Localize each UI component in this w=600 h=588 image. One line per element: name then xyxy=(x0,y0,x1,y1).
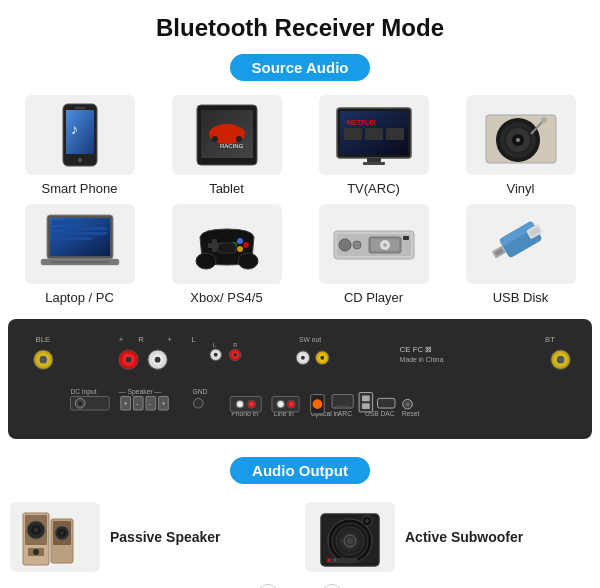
svg-text:L: L xyxy=(192,335,197,344)
svg-point-150 xyxy=(347,538,353,544)
cdplayer-icon xyxy=(329,209,419,279)
source-item-tablet: RACING Tablet xyxy=(157,95,296,196)
source-item-console: Xbox/ PS4/5 xyxy=(157,204,296,305)
svg-rect-18 xyxy=(344,128,362,140)
laptop-image xyxy=(25,204,135,284)
output-item-passive: Passive Speaker xyxy=(10,502,295,572)
source-item-usbdisk: USB Disk xyxy=(451,204,590,305)
console-icon xyxy=(182,209,272,279)
source-grid-section: ♪ Smart Phone RACING xyxy=(0,95,600,315)
output-item-subwoofer: Active Subwoofer xyxy=(305,502,590,572)
console-image xyxy=(172,204,282,284)
cdplayer-label: CD Player xyxy=(344,290,403,305)
page-title: Bluetooth Receiver Mode xyxy=(10,14,590,42)
svg-text:Made in China: Made in China xyxy=(400,356,444,363)
svg-text:+: + xyxy=(161,400,165,407)
svg-point-93 xyxy=(557,356,565,364)
svg-point-79 xyxy=(155,357,161,363)
svg-rect-153 xyxy=(327,558,357,563)
svg-point-115 xyxy=(277,400,285,408)
prev-page-button[interactable]: ‹ xyxy=(257,584,279,588)
passive-speaker-image xyxy=(10,502,100,572)
subwoofer-image xyxy=(305,502,395,572)
svg-point-46 xyxy=(243,242,249,248)
svg-rect-40 xyxy=(52,237,92,240)
tablet-image: RACING xyxy=(172,95,282,175)
svg-point-77 xyxy=(126,357,132,363)
svg-text:+: + xyxy=(119,335,124,344)
device-panel: BLE + R + L SW out BT L R xyxy=(8,319,592,439)
laptop-icon xyxy=(35,209,125,279)
svg-text:RACING: RACING xyxy=(220,143,244,149)
subwoofer-icon xyxy=(315,506,385,568)
svg-rect-38 xyxy=(52,227,107,230)
svg-point-116 xyxy=(287,400,295,408)
svg-point-89 xyxy=(320,356,324,360)
source-item-laptop: Laptop / PC xyxy=(10,204,149,305)
svg-text:R: R xyxy=(233,342,237,348)
source-item-vinyl: Vinyl xyxy=(451,95,590,196)
usbdisk-icon xyxy=(476,209,566,279)
page-header: Bluetooth Receiver Mode xyxy=(0,0,600,48)
source-item-tv: NETFLIX TV(ARC) xyxy=(304,95,443,196)
svg-point-45 xyxy=(237,238,243,244)
svg-point-84 xyxy=(233,353,237,357)
vinyl-icon xyxy=(476,100,566,170)
tv-icon: NETFLIX xyxy=(329,100,419,170)
vinyl-label: Vinyl xyxy=(507,181,535,196)
svg-rect-60 xyxy=(403,236,409,240)
svg-point-11 xyxy=(212,136,218,142)
svg-text:-: - xyxy=(136,400,138,407)
svg-rect-22 xyxy=(363,162,385,165)
svg-text:♪: ♪ xyxy=(71,121,78,137)
svg-text:+: + xyxy=(167,335,172,344)
smartphone-label: Smart Phone xyxy=(42,181,118,196)
svg-rect-42 xyxy=(51,261,109,263)
svg-rect-127 xyxy=(377,398,394,408)
svg-text:-: - xyxy=(149,400,151,407)
svg-rect-124 xyxy=(362,395,370,401)
svg-text:Reset: Reset xyxy=(402,410,420,417)
audio-output-badge: Audio Output xyxy=(230,457,370,484)
svg-rect-125 xyxy=(362,403,370,409)
svg-text:R: R xyxy=(138,335,144,344)
svg-point-33 xyxy=(541,117,547,123)
svg-point-48 xyxy=(237,246,243,252)
svg-rect-51 xyxy=(218,243,236,253)
svg-point-81 xyxy=(214,353,218,357)
svg-text:NETFLIX: NETFLIX xyxy=(347,119,376,126)
svg-point-119 xyxy=(313,399,323,409)
source-item-cdplayer: CD Player xyxy=(304,204,443,305)
source-item-smartphone: ♪ Smart Phone xyxy=(10,95,149,196)
console-label: Xbox/ PS4/5 xyxy=(190,290,262,305)
svg-point-75 xyxy=(39,356,47,364)
svg-text:DAC: DAC xyxy=(380,410,394,417)
svg-point-112 xyxy=(248,400,256,408)
audio-output-section: Audio Output xyxy=(0,443,600,576)
next-page-button[interactable]: › xyxy=(321,584,343,588)
svg-text:L: L xyxy=(213,342,217,348)
svg-text:BLE: BLE xyxy=(36,335,51,344)
svg-text:ARC: ARC xyxy=(338,410,352,417)
svg-rect-110 xyxy=(230,396,261,411)
svg-point-43 xyxy=(196,253,216,269)
svg-text:— Speaker —: — Speaker — xyxy=(119,388,162,396)
svg-point-142 xyxy=(60,531,63,534)
audio-output-badge-wrap: Audio Output xyxy=(10,451,590,494)
subwoofer-label: Active Subwoofer xyxy=(405,529,523,545)
output-grid: Passive Speaker xyxy=(10,502,590,572)
svg-point-155 xyxy=(334,559,337,562)
svg-rect-4 xyxy=(75,107,85,109)
svg-point-58 xyxy=(339,239,351,251)
svg-text:SW out: SW out xyxy=(299,336,321,343)
source-audio-badge: Source Audio xyxy=(230,54,371,81)
laptop-label: Laptop / PC xyxy=(45,290,114,305)
panel-svg: BLE + R + L SW out BT L R xyxy=(22,329,578,429)
source-audio-section: Source Audio xyxy=(0,48,600,91)
svg-point-57 xyxy=(383,243,387,247)
tv-image: NETFLIX xyxy=(319,95,429,175)
usbdisk-image xyxy=(466,204,576,284)
svg-text:CE FC ⊠: CE FC ⊠ xyxy=(400,345,432,354)
pagination: ‹ 3 / 9 › xyxy=(0,576,600,588)
source-grid: ♪ Smart Phone RACING xyxy=(10,95,590,305)
